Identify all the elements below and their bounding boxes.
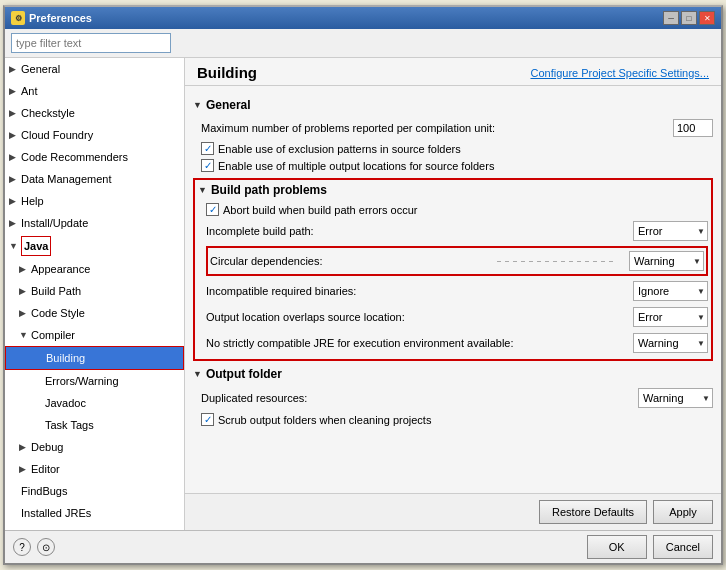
restore-defaults-button[interactable]: Restore Defaults: [539, 500, 647, 524]
sidebar-item-errors-warnings[interactable]: Errors/Warning: [5, 370, 184, 392]
arrow-icon: [19, 438, 29, 456]
exclusion-patterns-row: Enable use of exclusion patterns in sour…: [201, 140, 713, 157]
section-arrow-icon: ▼: [193, 100, 202, 110]
no-jre-dropdown[interactable]: Error Warning Ignore: [633, 333, 708, 353]
section-arrow-icon: ▼: [193, 369, 202, 379]
circular-deps-dropdown[interactable]: Error Warning Ignore: [629, 251, 704, 271]
arrow-icon: [19, 282, 29, 300]
sidebar-item-findbugs[interactable]: FindBugs: [5, 480, 184, 502]
incomplete-build-dropdown[interactable]: Error Warning Ignore: [633, 221, 708, 241]
sidebar-item-code-style[interactable]: Code Style: [5, 302, 184, 324]
sidebar-item-java[interactable]: Java: [5, 234, 184, 258]
output-overlap-dropdown[interactable]: Error Warning Ignore: [633, 307, 708, 327]
sidebar-item-checkstyle[interactable]: Checkstyle: [5, 102, 184, 124]
java-label: Java: [21, 236, 51, 256]
sidebar-item-debug[interactable]: Debug: [5, 436, 184, 458]
arrow-icon: [9, 60, 19, 78]
main-split: General Ant Checkstyle Cloud Foundry Cod…: [5, 58, 721, 530]
ok-button[interactable]: OK: [587, 535, 647, 559]
help-icon[interactable]: ?: [13, 538, 31, 556]
sidebar-item-cloud-foundry[interactable]: Cloud Foundry: [5, 124, 184, 146]
sidebar-item-code-recommenders[interactable]: Code Recommenders: [5, 146, 184, 168]
right-panel: Building Configure Project Specific Sett…: [185, 58, 721, 530]
bottom-right-buttons: OK Cancel: [587, 535, 713, 559]
circular-deps-row: Circular dependencies: Error Warning Ign…: [210, 249, 704, 273]
circular-deps-dropdown-wrapper: Error Warning Ignore: [629, 251, 704, 271]
apply-button[interactable]: Apply: [653, 500, 713, 524]
panel-content: ▼ General Maximum number of problems rep…: [185, 86, 721, 493]
cancel-button[interactable]: Cancel: [653, 535, 713, 559]
circular-deps-label: Circular dependencies:: [210, 255, 323, 267]
sidebar-item-ant[interactable]: Ant: [5, 80, 184, 102]
sidebar-item-appearance[interactable]: Appearance: [5, 258, 184, 280]
sidebar-item-data-management[interactable]: Data Management: [5, 168, 184, 190]
sidebar-item-help[interactable]: Help: [5, 190, 184, 212]
exclusion-patterns-checkbox[interactable]: [201, 142, 214, 155]
arrow-icon: [9, 192, 19, 210]
no-jre-dropdown-wrapper: Error Warning Ignore: [633, 333, 708, 353]
panel-title: Building: [197, 64, 257, 81]
build-path-section-content: Abort build when build path errors occur…: [206, 201, 708, 356]
sidebar-item-compiler[interactable]: Compiler: [5, 324, 184, 346]
section-arrow-icon: ▼: [198, 185, 207, 195]
incomplete-build-dropdown-wrapper: Error Warning Ignore: [633, 221, 708, 241]
filter-bar: [5, 29, 721, 58]
config-link[interactable]: Configure Project Specific Settings...: [530, 67, 709, 79]
build-path-section-header: ▼ Build path problems: [198, 183, 708, 197]
arrow-icon: [9, 148, 19, 166]
close-button[interactable]: ✕: [699, 11, 715, 25]
panel-footer-buttons: Restore Defaults Apply: [185, 493, 721, 530]
sidebar: General Ant Checkstyle Cloud Foundry Cod…: [5, 58, 185, 530]
arrow-icon: [9, 82, 19, 100]
arrow-icon: [19, 304, 29, 322]
sidebar-item-install-update[interactable]: Install/Update: [5, 212, 184, 234]
multiple-output-checkbox[interactable]: [201, 159, 214, 172]
filter-input[interactable]: [11, 33, 171, 53]
info-icon[interactable]: ⊙: [37, 538, 55, 556]
sidebar-item-task-tags[interactable]: Task Tags: [5, 414, 184, 436]
incomplete-build-row: Incomplete build path: Error Warning Ign…: [206, 218, 708, 244]
incompatible-binaries-row: Incompatible required binaries: Error Wa…: [206, 278, 708, 304]
arrow-icon: [9, 214, 19, 232]
arrow-icon: [19, 260, 29, 278]
scrub-output-checkbox[interactable]: [201, 413, 214, 426]
duplicated-resources-dropdown-wrapper: Error Warning Ignore: [638, 388, 713, 408]
incompatible-binaries-dropdown[interactable]: Error Warning Ignore: [633, 281, 708, 301]
arrow-icon: [19, 326, 29, 344]
max-problems-label: Maximum number of problems reported per …: [201, 122, 673, 134]
sidebar-item-general[interactable]: General: [5, 58, 184, 80]
arrow-icon: [9, 126, 19, 144]
minimize-button[interactable]: ─: [663, 11, 679, 25]
max-problems-input[interactable]: [673, 119, 713, 137]
general-section-content: Maximum number of problems reported per …: [201, 116, 713, 174]
scrub-output-row: Scrub output folders when cleaning proje…: [201, 411, 713, 428]
title-controls: ─ □ ✕: [663, 11, 715, 25]
arrow-icon: [19, 460, 29, 478]
window-title: Preferences: [29, 12, 92, 24]
duplicated-resources-dropdown[interactable]: Error Warning Ignore: [638, 388, 713, 408]
output-overlap-dropdown-wrapper: Error Warning Ignore: [633, 307, 708, 327]
output-folder-section-content: Duplicated resources: Error Warning Igno…: [201, 385, 713, 428]
maximize-button[interactable]: □: [681, 11, 697, 25]
content-area: General Ant Checkstyle Cloud Foundry Cod…: [5, 29, 721, 530]
output-overlap-row: Output location overlaps source location…: [206, 304, 708, 330]
max-problems-row: Maximum number of problems reported per …: [201, 116, 713, 140]
general-section-header: ▼ General: [193, 98, 713, 112]
sidebar-item-javadoc[interactable]: Javadoc: [5, 392, 184, 414]
sidebar-item-installed-jres[interactable]: Installed JREs: [5, 502, 184, 524]
sidebar-item-editor[interactable]: Editor: [5, 458, 184, 480]
sidebar-item-building[interactable]: Building: [5, 346, 184, 370]
sidebar-item-build-path[interactable]: Build Path: [5, 280, 184, 302]
abort-build-checkbox[interactable]: [206, 203, 219, 216]
arrow-icon: [9, 104, 19, 122]
multiple-output-row: Enable use of multiple output locations …: [201, 157, 713, 174]
abort-build-row: Abort build when build path errors occur: [206, 201, 708, 218]
panel-header: Building Configure Project Specific Sett…: [185, 58, 721, 86]
incompatible-binaries-dropdown-wrapper: Error Warning Ignore: [633, 281, 708, 301]
bottom-left-icons: ? ⊙: [13, 538, 55, 556]
duplicated-resources-row: Duplicated resources: Error Warning Igno…: [201, 385, 713, 411]
bottom-bar: ? ⊙ OK Cancel: [5, 530, 721, 563]
window-icon: ⚙: [11, 11, 25, 25]
no-jre-row: No strictly compatible JRE for execution…: [206, 330, 708, 356]
output-folder-section-header: ▼ Output folder: [193, 367, 713, 381]
